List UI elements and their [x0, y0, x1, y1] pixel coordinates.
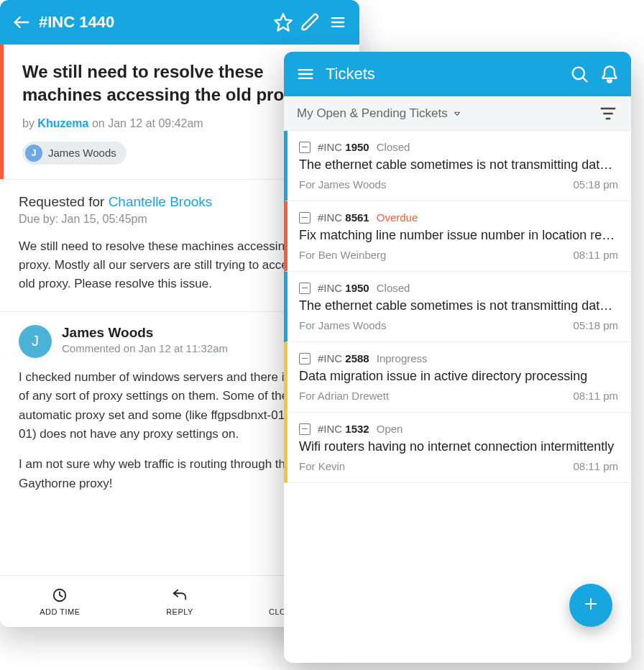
filter-label: My Open & Pending Tickets — [297, 106, 448, 121]
search-icon[interactable] — [569, 64, 589, 84]
ticket-list-screen: Tickets My Open & Pending Tickets #INC 1… — [284, 52, 631, 663]
filter-dropdown[interactable]: My Open & Pending Tickets — [297, 106, 598, 121]
collapse-icon[interactable] — [299, 283, 310, 294]
collapse-icon[interactable] — [299, 212, 310, 224]
comment-date: Commented on Jan 12 at 11:32am — [62, 342, 228, 354]
ticket-requester: For James Woods — [299, 178, 386, 191]
ticket-id-number: 1950 — [345, 141, 369, 153]
ticket-subject: Fix matching line number issue number in… — [299, 228, 618, 243]
ticket-time: 05:18 pm — [573, 178, 618, 191]
detail-ticket-id: #INC 1440 — [39, 13, 266, 32]
ticket-status: Open — [377, 423, 403, 435]
byline-date: on Jan 12 at 09:42am — [88, 117, 203, 129]
ticket-time: 08:11 pm — [573, 460, 618, 472]
collapse-icon[interactable] — [299, 353, 310, 364]
list-header: Tickets — [284, 52, 631, 96]
ticket-bottom-row: For Ben Weinberg08:11 pm — [299, 249, 618, 261]
list-title: Tickets — [326, 65, 559, 83]
ticket-requester: For Kevin — [299, 460, 345, 472]
bell-icon[interactable] — [599, 64, 620, 84]
action-label: ADD TIME — [40, 607, 80, 616]
ticket-status: Closed — [377, 141, 410, 153]
ticket-id-number: 8561 — [345, 211, 369, 224]
reply-button[interactable]: REPLY — [120, 576, 240, 627]
ticket-requester: For James Woods — [299, 319, 386, 331]
ticket-subject: The ethernet cable sometimes is not tran… — [299, 157, 618, 173]
ticket-requester: For Ben Weinberg — [299, 249, 386, 261]
ticket-item[interactable]: #INC 1950ClosedThe ethernet cable someti… — [284, 131, 631, 201]
ticket-bottom-row: For Kevin08:11 pm — [299, 460, 618, 472]
ticket-top-row: #INC 1950Closed — [299, 282, 618, 294]
hamburger-icon[interactable] — [295, 64, 316, 84]
ticket-status: Closed — [377, 282, 410, 294]
ticket-status: Inprogress — [377, 352, 428, 364]
ticket-top-row: #INC 1532Open — [299, 423, 618, 435]
ticket-item[interactable]: #INC 2588InprogressData migration issue … — [284, 342, 631, 413]
ticket-top-row: #INC 1950Closed — [299, 141, 618, 153]
ticket-requester: For Adrian Drewett — [299, 390, 389, 402]
list-filter-bar: My Open & Pending Tickets — [284, 96, 631, 131]
menu-icon[interactable] — [328, 12, 348, 32]
plus-icon — [582, 595, 599, 615]
byline-author[interactable]: Khuzema — [37, 117, 88, 129]
ticket-id-prefix: #INC — [318, 282, 345, 294]
ticket-id-number: 1950 — [345, 282, 369, 294]
collapse-icon[interactable] — [299, 142, 310, 153]
ticket-subject: Data migration issue in active directory… — [299, 369, 618, 384]
ticket-top-row: #INC 2588Inprogress — [299, 352, 618, 364]
clock-icon — [52, 587, 68, 605]
ticket-item[interactable]: #INC 1950ClosedThe ethernet cable someti… — [284, 272, 631, 342]
ticket-item[interactable]: #INC 1532OpenWifi routers having no inte… — [284, 413, 631, 483]
ticket-id: #INC 8561 — [318, 211, 369, 224]
star-icon[interactable] — [273, 12, 293, 32]
ticket-id-number: 1532 — [345, 423, 369, 435]
ticket-bottom-row: For James Woods05:18 pm — [299, 178, 618, 191]
add-time-button[interactable]: ADD TIME — [0, 576, 120, 627]
ticket-id-prefix: #INC — [318, 141, 345, 153]
edit-icon[interactable] — [300, 12, 321, 32]
add-ticket-fab[interactable] — [569, 584, 612, 627]
ticket-list: #INC 1950ClosedThe ethernet cable someti… — [284, 131, 631, 483]
ticket-bottom-row: For Adrian Drewett08:11 pm — [299, 390, 618, 402]
ticket-id-prefix: #INC — [318, 352, 345, 364]
ticket-id: #INC 2588 — [318, 352, 369, 364]
assignee-chip[interactable]: J James Woods — [22, 142, 126, 165]
action-label: REPLY — [166, 607, 193, 616]
ticket-time: 05:18 pm — [573, 319, 618, 331]
ticket-id-prefix: #INC — [318, 423, 345, 435]
assignee-avatar: J — [25, 144, 42, 162]
filter-icon[interactable] — [598, 104, 618, 124]
ticket-id-number: 2588 — [345, 352, 369, 364]
ticket-id-prefix: #INC — [318, 211, 345, 224]
ticket-subject: The ethernet cable sometimes is not tran… — [299, 298, 618, 313]
back-icon[interactable] — [12, 12, 32, 32]
collapse-icon[interactable] — [299, 423, 310, 435]
comment-author: James Woods — [62, 325, 228, 341]
byline-prefix: by — [22, 117, 37, 129]
ticket-id: #INC 1950 — [318, 282, 369, 294]
detail-header: #INC 1440 — [0, 0, 359, 45]
ticket-status: Overdue — [377, 211, 418, 224]
ticket-id: #INC 1532 — [318, 423, 369, 435]
assignee-name: James Woods — [48, 147, 116, 159]
ticket-bottom-row: For James Woods05:18 pm — [299, 319, 618, 331]
ticket-item[interactable]: #INC 8561OverdueFix matching line number… — [284, 201, 631, 272]
reply-icon — [172, 587, 188, 605]
ticket-top-row: #INC 8561Overdue — [299, 211, 618, 224]
requested-for-name[interactable]: Chantelle Brooks — [109, 194, 213, 209]
svg-marker-13 — [454, 112, 459, 115]
ticket-time: 08:11 pm — [573, 390, 618, 402]
comment-avatar: J — [19, 325, 52, 358]
ticket-id: #INC 1950 — [318, 141, 369, 153]
svg-line-12 — [583, 78, 587, 82]
ticket-time: 08:11 pm — [573, 249, 618, 261]
requested-for-label: Requested for — [19, 194, 109, 209]
chevron-down-icon — [452, 109, 462, 119]
svg-marker-1 — [275, 14, 291, 30]
ticket-subject: Wifi routers having no internet connecti… — [299, 439, 618, 454]
